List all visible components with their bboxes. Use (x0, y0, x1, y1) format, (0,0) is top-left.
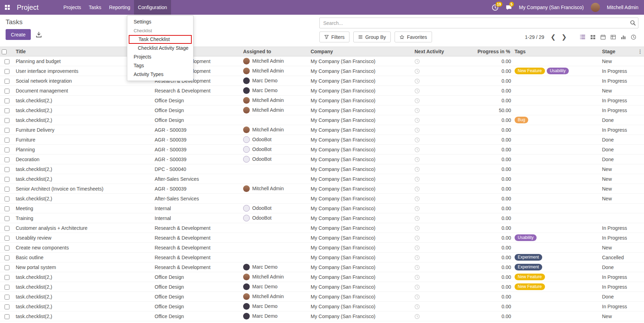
next-activity-clock-icon[interactable] (415, 196, 420, 201)
stage-cell[interactable]: Done (600, 262, 644, 272)
row-checkbox[interactable] (5, 157, 9, 162)
progress-cell[interactable]: 0.00 (476, 125, 513, 135)
view-switch-calendar-icon[interactable] (598, 32, 608, 42)
project-cell[interactable]: Office Design (153, 96, 241, 105)
stage-cell[interactable]: In Progress (600, 272, 644, 282)
next-activity-cell[interactable] (413, 233, 476, 243)
stage-cell[interactable]: New (600, 56, 644, 66)
progress-cell[interactable]: 0.00 (476, 292, 513, 302)
progress-cell[interactable]: 0.00 (476, 135, 513, 145)
next-activity-cell[interactable] (413, 76, 476, 86)
stage-cell[interactable]: New (600, 164, 644, 174)
next-activity-clock-icon[interactable] (415, 88, 420, 94)
next-activity-cell[interactable] (413, 292, 476, 302)
stage-cell[interactable]: In Progress (600, 302, 644, 311)
stage-cell[interactable]: Done (600, 115, 644, 125)
project-cell[interactable]: Office Design (153, 302, 241, 311)
progress-cell[interactable]: 0.00 (476, 76, 513, 86)
pager-previous-button[interactable]: ❮ (548, 34, 559, 40)
tags-cell[interactable]: Experiment (513, 253, 600, 262)
menu-item-task-checklist[interactable]: Task Checklist (129, 35, 192, 44)
task-title-cell[interactable]: task.checklist(2,) (14, 282, 153, 292)
nav-item-projects[interactable]: Projects (59, 0, 85, 15)
company-cell[interactable]: My Company (San Francisco) (309, 86, 413, 96)
task-title-cell[interactable]: task.checklist(2,) (14, 272, 153, 282)
tags-cell[interactable] (513, 223, 600, 233)
company-cell[interactable]: My Company (San Francisco) (309, 174, 413, 184)
tags-cell[interactable] (513, 56, 600, 66)
row-checkbox[interactable] (5, 265, 9, 270)
view-switch-activity-icon[interactable] (628, 32, 638, 42)
menu-item-checklist-activity-stage[interactable]: Checklist Activity Stage (127, 44, 193, 53)
nav-item-tasks[interactable]: Tasks (85, 0, 105, 15)
project-cell[interactable]: After-Sales Services (153, 194, 241, 204)
assignee-cell[interactable]: Marc Demo (241, 311, 309, 321)
progress-cell[interactable]: 0.00 (476, 311, 513, 321)
assignee-cell[interactable]: Mitchell Admin (241, 292, 309, 302)
assignee-cell[interactable] (241, 233, 309, 243)
activities-icon[interactable]: 19 (492, 4, 498, 11)
table-row[interactable]: Basic outline Research & Development My … (0, 253, 644, 262)
progress-cell[interactable]: 0.00 (476, 184, 513, 194)
menu-item-settings[interactable]: Settings (127, 18, 193, 26)
assignee-cell[interactable]: Mitchell Admin (241, 66, 309, 76)
table-row[interactable]: Meeting Internal OdooBot My Company (San… (0, 204, 644, 213)
company-cell[interactable]: My Company (San Francisco) (309, 272, 413, 282)
stage-cell[interactable]: Done (600, 135, 644, 145)
stage-cell[interactable]: In Progress (600, 223, 644, 233)
company-cell[interactable]: My Company (San Francisco) (309, 194, 413, 204)
next-activity-cell[interactable] (413, 194, 476, 204)
next-activity-clock-icon[interactable] (415, 137, 420, 143)
assignee-cell[interactable]: Mitchell Admin (241, 125, 309, 135)
progress-cell[interactable]: 0.00 (476, 174, 513, 184)
column-header-progress[interactable]: Progress in % (476, 47, 513, 56)
stage-cell[interactable]: New (600, 86, 644, 96)
row-checkbox[interactable] (5, 206, 9, 211)
task-title-cell[interactable]: task.checklist(2,) (14, 105, 153, 115)
next-activity-clock-icon[interactable] (415, 69, 420, 74)
row-checkbox[interactable] (5, 246, 9, 250)
tags-cell[interactable] (513, 76, 600, 86)
project-cell[interactable]: Office Design (153, 115, 241, 125)
company-cell[interactable]: My Company (San Francisco) (309, 115, 413, 125)
assignee-cell[interactable]: Marc Demo (241, 86, 309, 96)
next-activity-cell[interactable] (413, 56, 476, 66)
project-cell[interactable]: Office Design (153, 292, 241, 302)
apps-menu-icon[interactable] (5, 5, 10, 10)
task-title-cell[interactable]: Customer analysis + Architecture (14, 223, 153, 233)
table-row[interactable]: Create new components Research & Develop… (0, 243, 644, 253)
row-checkbox[interactable] (5, 167, 9, 172)
assignee-cell[interactable]: OdooBot (241, 145, 309, 154)
tags-cell[interactable]: New Feature (513, 282, 600, 292)
project-cell[interactable]: AGR - S00039 (153, 145, 241, 154)
assignee-cell[interactable]: Marc Demo (241, 282, 309, 292)
task-title-cell[interactable]: Planning (14, 145, 153, 154)
row-checkbox[interactable] (5, 314, 9, 319)
next-activity-cell[interactable] (413, 223, 476, 233)
assignee-cell[interactable] (241, 174, 309, 184)
next-activity-clock-icon[interactable] (415, 128, 420, 133)
progress-cell[interactable]: 0.00 (476, 154, 513, 164)
next-activity-cell[interactable] (413, 66, 476, 76)
table-row[interactable]: task.checklist(2,) After-Sales Services … (0, 194, 644, 204)
next-activity-clock-icon[interactable] (415, 59, 420, 64)
table-row[interactable]: New portal system Research & Development… (0, 262, 644, 272)
row-checkbox[interactable] (5, 108, 9, 113)
row-checkbox[interactable] (5, 285, 9, 290)
project-cell[interactable]: DPC - S00040 (153, 164, 241, 174)
assignee-cell[interactable] (241, 223, 309, 233)
company-cell[interactable]: My Company (San Francisco) (309, 204, 413, 213)
assignee-cell[interactable]: Mitchell Admin (241, 105, 309, 115)
next-activity-clock-icon[interactable] (415, 275, 420, 280)
table-row[interactable]: task.checklist(2,) Office Design Mitchel… (0, 292, 644, 302)
pager-next-button[interactable]: ❯ (559, 34, 569, 40)
row-checkbox[interactable] (5, 295, 9, 300)
next-activity-cell[interactable] (413, 302, 476, 311)
table-row[interactable]: Planning and budget Research & Developme… (0, 56, 644, 66)
tags-cell[interactable] (513, 125, 600, 135)
next-activity-cell[interactable] (413, 105, 476, 115)
company-cell[interactable]: My Company (San Francisco) (309, 135, 413, 145)
tags-cell[interactable] (513, 174, 600, 184)
progress-cell[interactable]: 0.00 (476, 66, 513, 76)
row-checkbox[interactable] (5, 304, 9, 309)
